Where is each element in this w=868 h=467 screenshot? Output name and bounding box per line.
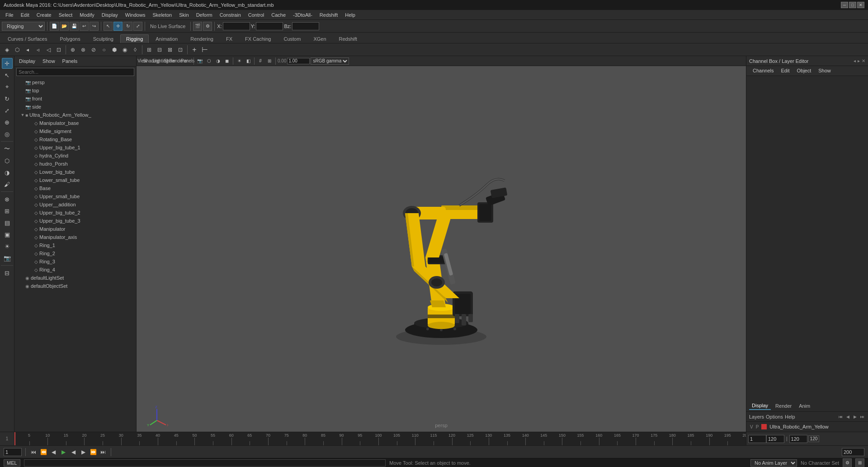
options-label[interactable]: Options (766, 414, 783, 419)
new-scene-button[interactable]: 📄 (50, 22, 59, 31)
layer-tool-left[interactable]: ▤ (2, 217, 13, 228)
tab-sculpting[interactable]: Sculpting (87, 34, 119, 43)
set-default-light[interactable]: ◉ defaultLightSet (14, 274, 136, 282)
shadow-btn[interactable]: ◧ (244, 57, 252, 65)
menu-control[interactable]: Control (245, 11, 268, 19)
menu-3dto[interactable]: -3DtoAll- (289, 11, 316, 19)
mesh-rotating-base[interactable]: ◇Rotating_Base (14, 135, 136, 143)
render-button[interactable]: 🎬 (193, 22, 202, 31)
play-end-button[interactable]: ⏭ (99, 448, 107, 456)
layer-nav-first[interactable]: ⏮ (837, 414, 844, 420)
select-all-icon[interactable]: ◈ (2, 45, 12, 55)
tab-rendering[interactable]: Rendering (184, 34, 219, 43)
tab-show[interactable]: Show (815, 67, 835, 75)
menu-help[interactable]: Help (341, 11, 359, 19)
camera-top[interactable]: 📷 top (14, 86, 136, 95)
layer-row-item[interactable]: V P Ultra_Robotic_Arm_Yellow (746, 422, 868, 432)
scale-tool-button[interactable]: ⤢ (133, 22, 142, 31)
y-input[interactable] (256, 22, 283, 30)
layer-v[interactable]: V (750, 424, 753, 429)
layer-nav-next[interactable]: ▶ (852, 414, 858, 420)
maximize-button[interactable]: □ (849, 2, 856, 8)
anim-tab[interactable]: Anim (796, 402, 813, 410)
move-tool-left[interactable]: ✛ (2, 58, 13, 69)
outliner-panels-tab[interactable]: Panels (61, 57, 80, 65)
mesh-ring-2[interactable]: ◇Ring_2 (14, 249, 136, 257)
mesh-hydra-cylind[interactable]: ◇hydra_Cylind (14, 152, 136, 160)
x-input[interactable] (223, 22, 250, 30)
menu-cache[interactable]: Cache (268, 11, 289, 19)
rotate-tool-left[interactable]: ↻ (2, 93, 13, 104)
mesh-upper-big-tube-2[interactable]: ◇Upper_big_tube_2 (14, 209, 136, 217)
viewport-menu-lighting[interactable]: Lighting (156, 57, 165, 65)
camera-front[interactable]: 📷 front (14, 95, 136, 103)
mesh-hudro-porsh[interactable]: ◇hudro_Porsh (14, 160, 136, 168)
play-start-button[interactable]: ⏮ (29, 448, 38, 456)
edge-select-icon[interactable]: ◃ (33, 45, 43, 55)
undo-button[interactable]: ↩ (80, 22, 89, 31)
layer-p[interactable]: P (756, 424, 759, 429)
light-tool-left[interactable]: ☀ (2, 241, 13, 252)
cluster-icon[interactable]: ○ (99, 45, 109, 55)
lasso-tool-left[interactable]: ⌖ (2, 81, 13, 92)
mesh-ring-3[interactable]: ◇Ring_3 (14, 257, 136, 266)
lattice-icon[interactable]: ⬢ (109, 45, 119, 55)
smooth-btn[interactable]: ◑ (214, 57, 222, 65)
close-button[interactable]: ✕ (857, 2, 864, 8)
render-tab[interactable]: Render (773, 402, 794, 410)
group-robot[interactable]: ▼ ■ Ultra_Robotic_Arm_Yellow_ (14, 111, 136, 119)
layer-color-swatch[interactable] (761, 424, 767, 429)
range-start-field[interactable] (748, 435, 766, 443)
status-settings-button[interactable]: ⊞ (855, 458, 864, 467)
mesh-manipulator-axis[interactable]: ◇Manipulator_axis (14, 233, 136, 241)
wireframe-btn[interactable]: ⬡ (205, 57, 213, 65)
mesh-midle-sigment[interactable]: ◇Midle_sigment (14, 127, 136, 135)
menu-skeleton[interactable]: Skeleton (149, 11, 175, 19)
snap-surface-icon[interactable]: ⊠ (165, 45, 175, 55)
playback-speed[interactable] (842, 448, 864, 456)
minimize-button[interactable]: ─ (841, 2, 848, 8)
range-end-field[interactable] (766, 435, 784, 443)
select-tool-left[interactable]: ↖ (2, 70, 13, 81)
menu-edit[interactable]: Edit (17, 11, 33, 19)
playback-end-field[interactable] (789, 435, 807, 443)
paint-tool-left[interactable]: 🖌 (2, 179, 13, 190)
bend-icon[interactable]: ◉ (120, 45, 130, 55)
play-reverse-button[interactable]: ◀ (69, 448, 77, 456)
textured-btn[interactable]: ◼ (223, 57, 231, 65)
ik-tool-icon[interactable]: ⊗ (78, 45, 88, 55)
universal-tool-left[interactable]: ⊕ (2, 117, 13, 128)
help-label[interactable]: Help (785, 414, 795, 419)
anim-layer-dropdown[interactable]: No Anim Layer (750, 459, 797, 467)
mesh-upper-addition[interactable]: ◇Upper__addition (14, 200, 136, 209)
mode-dropdown[interactable]: Rigging Animation Polygons Rendering (2, 22, 45, 31)
menu-display[interactable]: Display (98, 11, 122, 19)
set-default-object[interactable]: ◉ defaultObjectSet (14, 282, 136, 290)
char-set-button[interactable]: ⚙ (843, 458, 852, 467)
soft-mod-left[interactable]: ◎ (2, 129, 13, 139)
tab-animation[interactable]: Animation (150, 34, 184, 43)
tab-channels[interactable]: Channels (749, 67, 777, 75)
render-tool-left[interactable]: ▣ (2, 229, 13, 240)
tab-polygons[interactable]: Polygons (54, 34, 86, 43)
next-key-button[interactable]: ▶ (79, 448, 87, 456)
sculpt-tool-left[interactable]: ◑ (2, 167, 13, 178)
plus-icon[interactable]: + (189, 45, 199, 55)
camera-persp[interactable]: 📷 persp (14, 78, 136, 86)
display-tab[interactable]: Display (749, 402, 771, 410)
mesh-ring-1[interactable]: ◇Ring_1 (14, 241, 136, 249)
tab-object[interactable]: Object (793, 67, 815, 75)
misc-tool-left[interactable]: ⊟ (2, 267, 13, 278)
camera-icon[interactable]: 📷 (196, 57, 204, 65)
color-profile-dropdown[interactable]: sRGB gamma (311, 57, 349, 65)
mesh-upper-big-tube-3[interactable]: ◇Upper_big_tube_3 (14, 217, 136, 225)
mesh-lower-small-tube[interactable]: ◇Lower_small_tube (14, 176, 136, 184)
rigging-tool-left[interactable]: ⊗ (2, 194, 13, 205)
camera-side[interactable]: 📷 side (14, 103, 136, 111)
menu-redshift[interactable]: Redshift (316, 11, 341, 19)
component-select-icon[interactable]: ⬡ (12, 45, 22, 55)
menu-file[interactable]: File (2, 11, 17, 19)
camera-tool-left[interactable]: 📷 (2, 253, 13, 263)
outliner-search-input[interactable] (16, 68, 134, 76)
exposure-input[interactable] (287, 58, 310, 64)
